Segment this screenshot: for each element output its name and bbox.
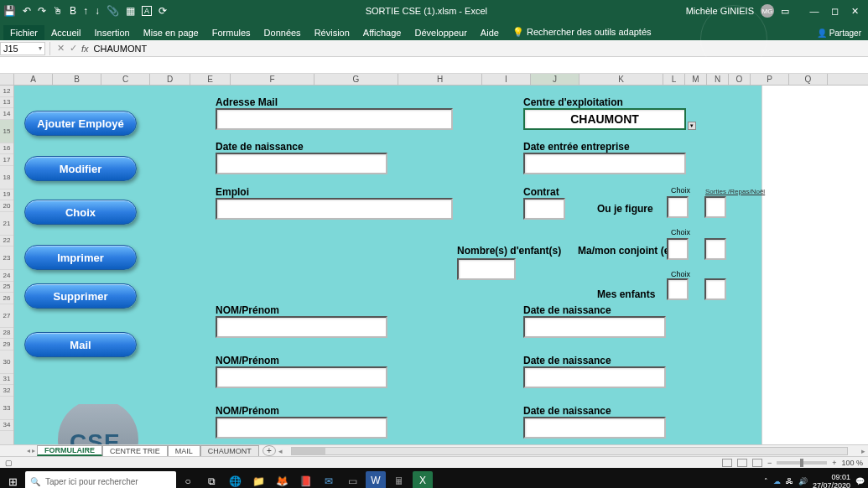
choix-conjoint-box[interactable]: [667, 238, 689, 260]
col-o[interactable]: O: [729, 74, 751, 85]
row-24[interactable]: 24: [0, 270, 13, 282]
modify-button[interactable]: Modifier: [24, 156, 137, 181]
store-icon[interactable]: ▭: [342, 471, 362, 488]
tab-aide[interactable]: Aide: [474, 25, 506, 40]
date-naissance-input-2[interactable]: [523, 366, 666, 388]
row-17[interactable]: 17: [0, 154, 13, 166]
col-f[interactable]: F: [231, 74, 314, 85]
col-m[interactable]: M: [685, 74, 707, 85]
sheet-tab-centre-trie[interactable]: CENTRE TRIE: [102, 445, 168, 456]
choix-figure-box-1[interactable]: [667, 196, 689, 218]
close-button[interactable]: ✕: [845, 6, 865, 17]
sheet-tab-mail[interactable]: MAIL: [168, 445, 200, 456]
date-naissance-input-1[interactable]: [523, 316, 666, 338]
choix-button[interactable]: Choix: [24, 200, 137, 225]
col-q[interactable]: Q: [789, 74, 828, 85]
col-a[interactable]: A: [14, 74, 53, 85]
choix-enfants-box[interactable]: [667, 278, 689, 300]
refresh-icon[interactable]: ⟳: [159, 5, 167, 17]
options-icon[interactable]: ▭: [781, 6, 789, 17]
normal-view-icon[interactable]: [722, 459, 732, 467]
box-a-icon[interactable]: A: [142, 6, 152, 16]
date-entree-input[interactable]: [523, 153, 686, 174]
nombres-enfants-input[interactable]: [457, 258, 516, 280]
maximize-button[interactable]: ◻: [824, 6, 845, 17]
zoom-in-button[interactable]: +: [832, 459, 836, 467]
row-12[interactable]: 12: [0, 86, 13, 97]
row-21[interactable]: 21: [0, 212, 13, 236]
col-n[interactable]: N: [707, 74, 729, 85]
fx-icon[interactable]: fx: [81, 44, 89, 54]
onedrive-icon[interactable]: ☁: [773, 477, 781, 485]
start-button[interactable]: ⊞: [0, 475, 25, 488]
row-15[interactable]: 15: [0, 120, 13, 143]
word-icon[interactable]: W: [366, 471, 386, 488]
tab-mise-en-page[interactable]: Mise en page: [137, 25, 205, 40]
next-icon[interactable]: ↓: [95, 5, 100, 17]
row-26[interactable]: 26: [0, 293, 13, 304]
firefox-icon[interactable]: 🦊: [272, 471, 292, 488]
col-b[interactable]: B: [53, 74, 101, 85]
row-29[interactable]: 29: [0, 339, 13, 350]
centre-dropdown-icon[interactable]: ▾: [688, 122, 696, 130]
add-sheet-button[interactable]: +: [262, 445, 276, 456]
col-l[interactable]: L: [663, 74, 685, 85]
row-14[interactable]: 14: [0, 108, 13, 120]
excel-icon[interactable]: X: [413, 471, 433, 488]
tab-formules[interactable]: Formules: [205, 25, 257, 40]
nom-prenom-input-1[interactable]: [216, 316, 387, 338]
calc-icon[interactable]: 🖩: [389, 471, 409, 488]
tray-up-icon[interactable]: ˄: [764, 477, 768, 485]
row-27[interactable]: 27: [0, 304, 13, 328]
redo-icon[interactable]: ↷: [38, 5, 46, 17]
page-layout-view-icon[interactable]: [737, 459, 747, 467]
col-j[interactable]: J: [531, 74, 580, 85]
col-h[interactable]: H: [398, 74, 482, 85]
dob-input[interactable]: [216, 153, 387, 174]
tab-accueil[interactable]: Accueil: [44, 25, 87, 40]
record-macro-icon[interactable]: ▢: [5, 459, 13, 467]
form-icon[interactable]: ▦: [126, 5, 135, 17]
col-c[interactable]: C: [101, 74, 150, 85]
row-30[interactable]: 30: [0, 350, 13, 374]
row-31[interactable]: 31: [0, 374, 13, 386]
print-button[interactable]: Imprimer: [24, 245, 137, 270]
cortana-icon[interactable]: ○: [178, 471, 198, 488]
date-naissance-input-3[interactable]: [523, 417, 666, 439]
taskbar-search[interactable]: 🔍 Taper ici pour rechercher: [25, 471, 176, 488]
delete-button[interactable]: Supprimer: [24, 283, 137, 309]
enter-formula-icon[interactable]: ✓: [67, 43, 80, 54]
zoom-slider[interactable]: [777, 461, 827, 465]
row-22[interactable]: 22: [0, 236, 13, 247]
row-23[interactable]: 23: [0, 247, 13, 270]
mouse-icon[interactable]: 🖱: [53, 5, 63, 17]
adresse-mail-input[interactable]: [216, 108, 453, 130]
row-20[interactable]: 20: [0, 200, 13, 212]
col-k[interactable]: K: [580, 74, 663, 85]
row-34[interactable]: 34: [0, 420, 13, 432]
share-button[interactable]: 👤 Partager: [817, 29, 861, 38]
mail-button[interactable]: Mail: [24, 332, 137, 357]
hscroll-left[interactable]: ◂: [276, 447, 286, 455]
volume-icon[interactable]: 🔊: [798, 477, 808, 485]
tab-revision[interactable]: Révision: [308, 25, 356, 40]
sorties-enfants-box[interactable]: [704, 278, 726, 300]
row-33[interactable]: 33: [0, 397, 13, 420]
bold-icon[interactable]: B: [70, 5, 76, 17]
action-center-icon[interactable]: 💬: [855, 477, 865, 485]
col-e[interactable]: E: [190, 74, 231, 85]
sheet-body[interactable]: Ajouter Employé Modifier Choix Imprimer …: [14, 86, 868, 444]
undo-icon[interactable]: ↶: [23, 5, 31, 17]
sorties-conjoint-box[interactable]: [704, 238, 726, 260]
cancel-formula-icon[interactable]: ✕: [55, 43, 67, 54]
name-box[interactable]: J15▾: [0, 42, 45, 55]
row-18[interactable]: 18: [0, 166, 13, 189]
tab-fichier[interactable]: Fichier: [3, 25, 44, 40]
col-i[interactable]: I: [482, 74, 531, 85]
row-32[interactable]: 32: [0, 385, 13, 397]
col-g[interactable]: G: [314, 74, 398, 85]
prev-icon[interactable]: ↑: [83, 5, 88, 17]
clock[interactable]: 09:01 27/07/2020: [813, 473, 850, 488]
row-25[interactable]: 25: [0, 282, 13, 293]
centre-input[interactable]: CHAUMONT: [523, 108, 686, 130]
